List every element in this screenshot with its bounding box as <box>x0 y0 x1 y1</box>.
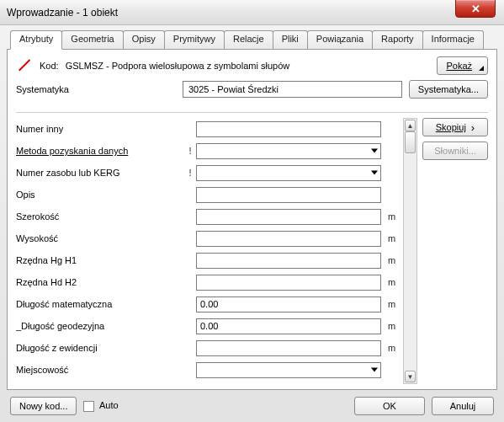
attribute-label: Metoda pozyskania danych <box>16 146 184 156</box>
combo-input[interactable] <box>196 143 381 159</box>
tab-opisy[interactable]: Opisy <box>123 30 165 49</box>
chevron-right-icon <box>470 121 475 134</box>
text-input[interactable] <box>196 340 381 356</box>
text-input[interactable] <box>196 121 381 137</box>
side-buttons: Skopiuj Słowniki... <box>422 118 488 384</box>
dialog-body: Atrybuty Geometria Opisy Prymitywy Relac… <box>0 25 504 422</box>
tab-geometria[interactable]: Geometria <box>61 30 123 49</box>
nowy-kod-button[interactable]: Nowy kod... <box>10 397 77 415</box>
attribute-field <box>196 253 381 269</box>
attribute-row: _Długość geodezyjnam <box>16 315 403 337</box>
text-input[interactable] <box>196 275 381 291</box>
attribute-field <box>196 143 381 159</box>
combo-input[interactable] <box>196 165 381 181</box>
required-mark-icon: ! <box>184 168 196 178</box>
attribute-field <box>196 340 381 356</box>
title-bar: Wprowadzanie - 1 obiekt <box>0 0 504 25</box>
attribute-field <box>196 209 381 225</box>
kod-value: GSLMSZ - Podpora wielosłupowa z symbolam… <box>66 61 431 71</box>
systematyka-field[interactable]: 3025 - Powiat Średzki <box>183 81 402 98</box>
attribute-field <box>196 362 381 378</box>
text-input[interactable] <box>196 318 381 334</box>
tab-relacje[interactable]: Relacje <box>224 30 273 49</box>
tab-raporty[interactable]: Raporty <box>372 30 423 49</box>
attribute-field <box>196 231 381 247</box>
tab-prymitywy[interactable]: Prymitywy <box>164 30 225 49</box>
attribute-label: Numer inny <box>16 124 184 134</box>
attribute-label: Numer zasobu lub KERG <box>16 168 184 178</box>
attribute-label: _Długość geodezyjna <box>16 321 184 331</box>
attribute-row: Długość matematycznam <box>16 293 403 315</box>
attribute-row: Szerokośćm <box>16 206 403 227</box>
attribute-row: Opis <box>16 184 403 206</box>
unit-label: m <box>381 211 403 222</box>
attribute-label: Opis <box>16 190 184 200</box>
tab-powiazania[interactable]: Powiązania <box>307 30 373 49</box>
window-title: Wprowadzanie - 1 obiekt <box>7 7 504 19</box>
auto-checkbox[interactable] <box>83 401 94 412</box>
attribute-row: Numer inny <box>16 118 403 140</box>
text-input[interactable] <box>196 296 381 312</box>
unit-label: m <box>381 233 403 243</box>
scroll-up-icon[interactable]: ▲ <box>405 120 416 131</box>
anuluj-button[interactable]: Anuluj <box>432 397 494 415</box>
attribute-row: Numer zasobu lub KERG! <box>16 162 403 184</box>
attribute-row: Rzędna Hd H2m <box>16 271 403 293</box>
symbol-icon <box>16 58 33 73</box>
auto-checkbox-label[interactable]: Auto <box>83 400 118 412</box>
text-input[interactable] <box>196 253 381 269</box>
tab-strip: Atrybuty Geometria Opisy Prymitywy Relac… <box>10 30 497 49</box>
unit-label: m <box>381 277 403 287</box>
close-icon[interactable] <box>455 0 496 18</box>
attribute-label: Szerokość <box>16 211 184 222</box>
text-input[interactable] <box>196 231 381 247</box>
slowniki-button[interactable]: Słowniki... <box>422 142 488 160</box>
ok-button[interactable]: OK <box>354 397 425 415</box>
attribute-label: Długość matematyczna <box>16 299 184 309</box>
unit-label: m <box>381 255 403 265</box>
systematyka-label: Systematyka <box>16 84 176 94</box>
kod-row: Kod: GSLMSZ - Podpora wielosłupowa z sym… <box>16 56 488 75</box>
attribute-field <box>196 296 381 312</box>
bottom-bar: Nowy kod... Auto OK Anuluj <box>7 390 497 415</box>
text-input[interactable] <box>196 187 381 203</box>
systematyka-row: Systematyka 3025 - Powiat Średzki System… <box>16 80 488 99</box>
unit-label: m <box>381 299 403 309</box>
combo-input[interactable] <box>196 362 381 378</box>
attribute-label: Wysokość <box>16 233 184 243</box>
attribute-label: Rzędna Hg H1 <box>16 255 184 265</box>
vertical-scrollbar[interactable]: ▲ ▼ <box>403 118 417 384</box>
attribute-table: Numer innyMetoda pozyskania danych!Numer… <box>16 118 403 384</box>
pokaz-button[interactable]: Pokaż <box>437 56 488 75</box>
attribute-label: Miejscowość <box>16 365 184 375</box>
tab-informacje[interactable]: Informacje <box>422 30 484 49</box>
attribute-row: Wysokośćm <box>16 227 403 249</box>
separator <box>16 112 488 113</box>
required-mark-icon: ! <box>184 146 196 156</box>
systematyka-button[interactable]: Systematyka... <box>409 80 488 99</box>
tab-atrybuty[interactable]: Atrybuty <box>10 30 62 50</box>
scroll-thumb[interactable] <box>405 131 416 153</box>
skopiuj-button[interactable]: Skopiuj <box>422 118 488 136</box>
pokaz-label: Pokaż <box>446 61 472 71</box>
attribute-row: Rzędna Hg H1m <box>16 249 403 271</box>
attribute-row: Miejscowość <box>16 359 403 381</box>
attribute-label: Długość z ewidencji <box>16 343 184 353</box>
systematyka-value: 3025 - Powiat Średzki <box>188 84 279 94</box>
tab-panel: Kod: GSLMSZ - Podpora wielosłupowa z sym… <box>7 49 497 390</box>
attribute-row: Metoda pozyskania danych! <box>16 140 403 162</box>
attribute-row: Długość z ewidencjim <box>16 337 403 359</box>
text-input[interactable] <box>196 209 381 225</box>
skopiuj-label: Skopiuj <box>436 122 466 132</box>
unit-label: m <box>381 321 403 331</box>
auto-text: Auto <box>99 400 119 410</box>
kod-label: Kod: <box>40 61 59 71</box>
unit-label: m <box>381 343 403 353</box>
attribute-field <box>196 165 381 181</box>
tab-pliki[interactable]: Pliki <box>273 30 308 49</box>
scroll-down-icon[interactable]: ▼ <box>405 371 416 382</box>
attribute-label: Rzędna Hd H2 <box>16 277 184 287</box>
attribute-field <box>196 187 381 203</box>
attribute-scroll: Numer innyMetoda pozyskania danych!Numer… <box>16 118 417 384</box>
scroll-track[interactable] <box>405 131 416 371</box>
